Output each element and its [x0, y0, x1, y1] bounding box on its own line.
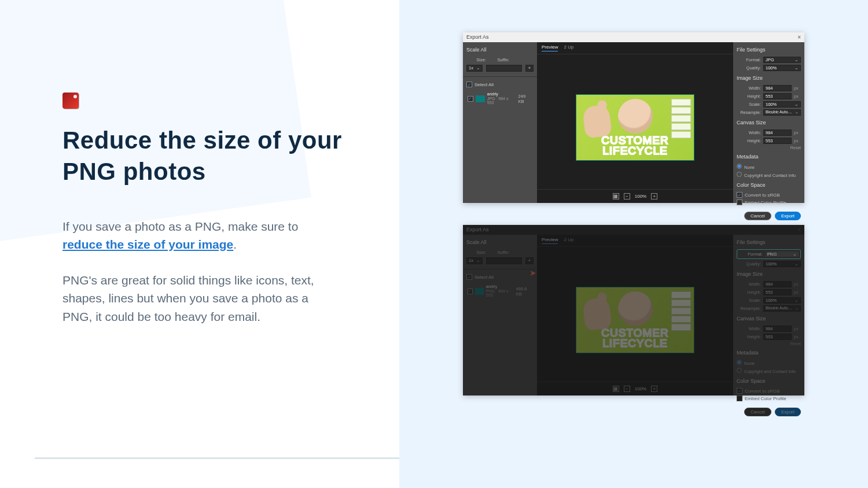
dialog-left-column: Scale All Size: Suffix: 1x + ✓Select All…: [463, 235, 537, 395]
select-all-label: Select All: [475, 82, 494, 87]
meta-none-radio[interactable]: None: [737, 164, 801, 170]
checkbox-icon[interactable]: ✓: [466, 82, 472, 87]
quality-label: Quality:: [737, 65, 761, 71]
cursor-icon: ➤: [529, 268, 536, 278]
paragraph-1: If you save a photo as a PNG, make sure …: [62, 217, 317, 254]
suffix-input[interactable]: [486, 65, 522, 72]
export-dialog-jpg: Export As × Scale All Size: Suffix: 1x +…: [463, 32, 804, 203]
px-unit: px: [794, 86, 801, 90]
reduce-size-link[interactable]: reduce the size of your image: [62, 238, 233, 251]
size-select[interactable]: 1x: [466, 257, 483, 264]
zoom-bar: ▦ − 100% +: [537, 189, 733, 203]
checkbox-icon[interactable]: ✓: [468, 96, 473, 102]
export-button[interactable]: Export: [775, 212, 801, 220]
preview-caption: CUSTOMER LIFECYCLE: [582, 135, 689, 156]
width-label: Width:: [737, 86, 761, 91]
suffix-input[interactable]: [486, 257, 522, 264]
cancel-button[interactable]: Cancel: [744, 212, 771, 220]
asset-ext: PNG: [486, 289, 495, 293]
asset-size: 249 KB: [518, 94, 532, 104]
dialog-settings-column: File Settings Format: JPG Quality: 100% …: [733, 42, 804, 203]
format-select[interactable]: JPG: [763, 57, 801, 63]
colorspace-header: Color Space: [737, 182, 801, 188]
tab-preview[interactable]: Preview: [542, 45, 558, 51]
export-button[interactable]: Export: [775, 408, 801, 416]
grid-icon[interactable]: ▦: [613, 193, 619, 199]
dialog-titlebar: Export As ×: [463, 32, 804, 42]
divider: [35, 457, 399, 459]
asset-size: 488.6 KB: [516, 286, 532, 297]
px-unit: px: [794, 94, 801, 98]
export-dialog-png: Export As × Scale All Size: Suffix: 1x +…: [463, 225, 804, 395]
meta-copyright-radio[interactable]: Copyright and Contact Info: [737, 172, 801, 178]
asset-row[interactable]: ✓ andriy JPG 984 x 553 249 KB: [466, 90, 534, 108]
embed-checkbox[interactable]: Embed Color Profile: [737, 199, 801, 205]
file-settings-header: File Settings: [737, 47, 801, 53]
image-size-header: Image Size: [737, 75, 801, 81]
p1-text-pre: If you save a photo as a PNG, make sure …: [62, 220, 298, 233]
grid-icon[interactable]: ▦: [613, 386, 619, 392]
canvas-size-header: Canvas Size: [737, 120, 801, 125]
scale-select[interactable]: 100%: [763, 101, 801, 108]
p1-text-post: .: [233, 238, 237, 251]
dialog-title: Export As: [466, 34, 489, 40]
height-input[interactable]: 553: [763, 93, 792, 99]
select-all-row[interactable]: ✓ Select All: [466, 82, 534, 87]
format-select[interactable]: PNG: [765, 251, 799, 257]
reset-link[interactable]: Reset: [737, 146, 801, 150]
cheight-label: Height:: [737, 138, 761, 143]
tab-preview[interactable]: Preview: [542, 237, 558, 244]
metadata-header: Metadata: [737, 154, 801, 160]
screenshot-pane: Export As × Scale All Size: Suffix: 1x +…: [399, 0, 868, 488]
close-icon[interactable]: ×: [797, 34, 801, 40]
zoom-out-icon[interactable]: −: [624, 193, 630, 199]
suffix-label: Suffix:: [490, 57, 509, 62]
add-scale-button[interactable]: +: [525, 257, 534, 264]
scale-label: Scale:: [737, 102, 761, 107]
scale-all-label: Scale All: [466, 47, 534, 53]
dialog-left-column: Scale All Size: Suffix: 1x + ✓ Select Al…: [463, 42, 537, 203]
format-label: Format:: [737, 57, 761, 62]
resample-select[interactable]: Bicubic Auto…: [763, 109, 801, 116]
paragraph-2: PNG's are great for solid things like ic…: [62, 271, 317, 326]
article-pane: Reduce the size of your PNG photos If yo…: [0, 0, 399, 488]
height-label: Height:: [737, 94, 761, 99]
size-select[interactable]: 1x: [466, 65, 483, 72]
asset-name: andriy: [487, 92, 516, 97]
preview-image: CUSTOMER LIFECYCLE: [576, 94, 694, 161]
zoom-in-icon[interactable]: +: [651, 386, 657, 392]
quality-select[interactable]: 100%: [763, 65, 801, 71]
resample-label: Resample:: [737, 110, 761, 115]
asset-thumb: [476, 95, 485, 102]
add-scale-button[interactable]: +: [525, 65, 534, 72]
preview-area: CUSTOMER LIFECYCLE: [537, 54, 733, 189]
dialog-titlebar: Export As ×: [463, 225, 804, 235]
srgb-checkbox[interactable]: ✓Convert to sRGB: [737, 192, 801, 198]
width-input[interactable]: 984: [763, 85, 792, 91]
zoom-in-icon[interactable]: +: [651, 193, 657, 199]
size-label: Size:: [466, 57, 486, 62]
tab-twoup[interactable]: 2 Up: [564, 237, 573, 244]
dialog-preview-column: Preview 2 Up CUSTOMER L: [537, 42, 733, 203]
tab-twoup[interactable]: 2 Up: [564, 45, 573, 51]
select-all-row[interactable]: ✓Select All: [466, 274, 534, 280]
zoom-value: 100%: [635, 194, 646, 199]
cwidth-input[interactable]: 984: [763, 130, 792, 136]
cheight-input[interactable]: 553: [763, 138, 792, 144]
page-title: Reduce the size of your PNG photos: [62, 125, 347, 187]
radio-on-icon: [737, 164, 742, 169]
radio-icon: [737, 172, 742, 177]
siren-icon: [62, 93, 79, 109]
close-icon[interactable]: ×: [797, 227, 801, 233]
cancel-button[interactable]: Cancel: [744, 408, 771, 416]
zoom-out-icon[interactable]: −: [624, 386, 630, 392]
asset-ext: JPG: [487, 97, 495, 101]
asset-row[interactable]: ✓ andriy PNG 984 x 553 488.6 KB: [466, 282, 534, 300]
cwidth-label: Width:: [737, 130, 761, 135]
